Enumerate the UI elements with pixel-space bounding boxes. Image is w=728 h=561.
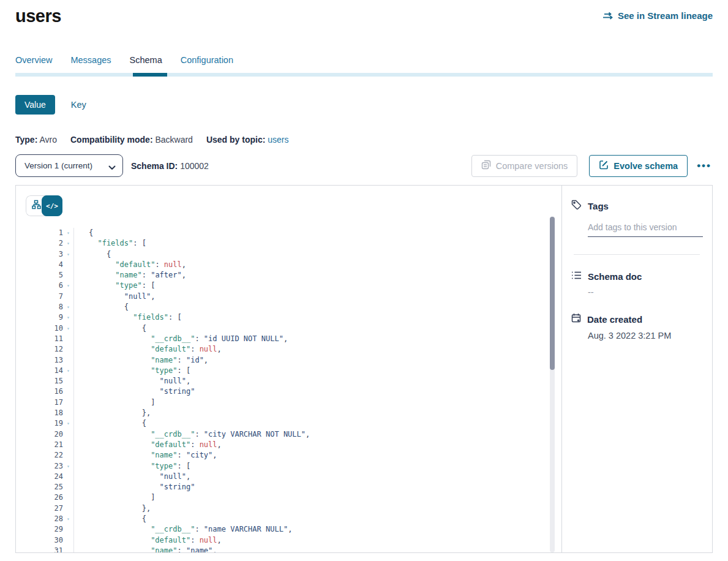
schema-card: </> 1▾{2▾"fields": [3▾{4"default": null,…: [15, 185, 713, 553]
code-line: 29"__crdb__": "name VARCHAR NULL",: [26, 524, 561, 535]
fold-arrow-icon[interactable]: ▾: [63, 280, 73, 291]
code-line-content: {: [74, 514, 146, 524]
editor-scrollbar-track[interactable]: [550, 216, 555, 552]
line-number: 7: [26, 292, 63, 302]
more-options-button[interactable]: •••: [696, 158, 713, 173]
fold-arrow-icon[interactable]: ▾: [63, 366, 73, 376]
code-line: 3▾{: [26, 249, 561, 260]
fold-arrow-icon[interactable]: ▾: [63, 418, 73, 429]
fold-arrow-icon[interactable]: ▾: [63, 249, 73, 260]
sidebar-divider: [574, 254, 700, 255]
fold-arrow-icon[interactable]: ▾: [63, 238, 73, 249]
code-line-content: "default": null,: [74, 344, 222, 355]
line-gutter: 30: [26, 535, 74, 546]
fold-arrow-icon[interactable]: ▾: [63, 228, 73, 238]
code-line-content: "string": [74, 386, 195, 397]
line-gutter: 4: [26, 260, 74, 270]
line-number: 25: [26, 482, 63, 492]
fold-arrow-icon[interactable]: ▾: [63, 312, 73, 323]
line-number: 6: [26, 280, 63, 291]
fold-arrow-icon[interactable]: ▾: [63, 302, 73, 312]
code-line: 1▾{: [26, 228, 561, 238]
schema-id-label: Schema ID:: [131, 161, 178, 171]
key-toggle-button[interactable]: Key: [71, 100, 86, 110]
line-number: 8: [26, 302, 63, 312]
fold-arrow-icon[interactable]: ▾: [63, 461, 73, 472]
tab-underline-strip: [15, 73, 713, 77]
code-line-content: "null",: [74, 472, 190, 482]
line-number: 21: [26, 440, 63, 450]
line-gutter: 17: [26, 397, 74, 408]
editor-scrollbar-thumb[interactable]: [550, 217, 555, 370]
code-line: 13"name": "id",: [26, 355, 561, 366]
line-number: 18: [26, 408, 63, 418]
line-gutter: 5: [26, 270, 74, 280]
topic-link[interactable]: users: [268, 135, 288, 145]
code-line-content: ]: [74, 492, 155, 503]
value-toggle-button[interactable]: Value: [15, 95, 55, 115]
schema-doc-value: --: [588, 287, 700, 297]
topic-label: Used by topic:: [206, 135, 265, 145]
line-gutter: 16: [26, 386, 74, 397]
stream-lineage-icon: [602, 12, 614, 20]
code-line: 26]: [26, 492, 561, 503]
line-gutter: 26: [26, 492, 74, 503]
line-number: 31: [26, 546, 63, 552]
code-line: 4"default": null,: [26, 260, 561, 270]
code-line: 10▾{: [26, 323, 561, 334]
line-gutter: 29: [26, 524, 74, 535]
lineage-link-label: See in Stream lineage: [618, 10, 713, 21]
version-select[interactable]: Version 1 (current): [15, 154, 123, 177]
line-number: 17: [26, 397, 63, 408]
code-line-content: },: [74, 408, 151, 418]
code-view-button[interactable]: </>: [42, 195, 62, 216]
fold-arrow-icon[interactable]: ▾: [63, 323, 73, 334]
code-line-content: "name": "after",: [74, 270, 186, 280]
line-number: 26: [26, 492, 63, 503]
code-line-content: "type": [: [74, 366, 190, 376]
fold-arrow-icon[interactable]: ▾: [63, 514, 73, 524]
type-value: Avro: [39, 135, 57, 145]
line-gutter: 18: [26, 408, 74, 418]
line-gutter: 27: [26, 503, 74, 514]
code-line-content: ]: [74, 397, 155, 408]
tab-schema[interactable]: Schema: [130, 55, 162, 73]
tab-messages[interactable]: Messages: [70, 55, 111, 73]
tags-heading-label: Tags: [588, 201, 609, 211]
date-created-section: Date created Aug. 3 2022 3:21 PM: [571, 313, 700, 341]
code-line-content: "default": null,: [74, 535, 222, 546]
line-number: 12: [26, 344, 63, 355]
code-line-content: "name": "id",: [74, 355, 208, 366]
compare-versions-button[interactable]: Compare versions: [471, 155, 578, 177]
code-line: 24"null",: [26, 472, 561, 482]
code-line: 30"default": null,: [26, 535, 561, 546]
add-tags-input[interactable]: [588, 221, 703, 237]
code-line: 11"__crdb__": "id UUID NOT NULL",: [26, 334, 561, 344]
date-created-heading: Date created: [571, 313, 700, 325]
editor-view-toggle: </>: [26, 195, 67, 216]
type-label: Type:: [15, 135, 37, 145]
see-in-stream-lineage-link[interactable]: See in Stream lineage: [602, 10, 713, 21]
tab-overview[interactable]: Overview: [15, 55, 52, 73]
schema-controls-row: Version 1 (current) Schema ID: 100002 Co…: [15, 154, 713, 177]
code-line: 7"null",: [26, 292, 561, 302]
line-number: 9: [26, 312, 63, 323]
code-editor[interactable]: 1▾{2▾"fields": [3▾{4"default": null,5"na…: [26, 228, 561, 552]
line-number: 19: [26, 418, 63, 429]
code-line-content: },: [74, 503, 151, 514]
compatibility-mode: Compatibility mode: Backward: [70, 135, 193, 145]
line-number: 10: [26, 323, 63, 334]
code-line-content: "fields": [: [74, 238, 146, 249]
schema-id: Schema ID: 100002: [131, 161, 209, 171]
code-line: 20"__crdb__": "city VARCHAR NOT NULL",: [26, 429, 561, 440]
evolve-schema-button[interactable]: Evolve schema: [589, 155, 688, 177]
code-line: 15"null",: [26, 376, 561, 386]
line-number: 22: [26, 450, 63, 461]
compat-value: Backward: [155, 135, 192, 145]
used-by-topic: Used by topic: users: [206, 135, 289, 145]
code-line: 16"string": [26, 386, 561, 397]
tab-configuration[interactable]: Configuration: [181, 55, 233, 73]
schema-code-panel: </> 1▾{2▾"fields": [3▾{4"default": null,…: [16, 186, 561, 552]
code-line-content: {: [74, 323, 146, 334]
code-line-content: "name": "city",: [74, 450, 217, 461]
